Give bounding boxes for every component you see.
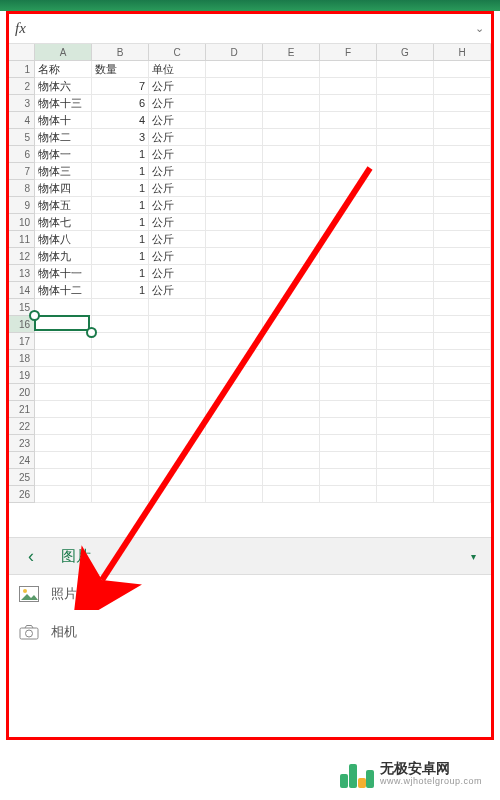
cell[interactable] [206,486,263,503]
cell[interactable] [320,452,377,469]
cell[interactable] [377,231,434,248]
row-header[interactable]: 21 [9,401,35,418]
cell[interactable] [206,299,263,316]
cell[interactable]: 物体三 [35,163,92,180]
cell[interactable] [320,384,377,401]
cell[interactable] [206,61,263,78]
cell[interactable] [434,129,491,146]
cell[interactable]: 公斤 [149,146,206,163]
cell[interactable] [377,367,434,384]
cell[interactable]: 物体五 [35,197,92,214]
cell[interactable]: 物体十二 [35,282,92,299]
cell[interactable] [206,146,263,163]
cell[interactable] [263,180,320,197]
cell[interactable] [434,367,491,384]
cell[interactable]: 公斤 [149,248,206,265]
cell[interactable] [320,146,377,163]
cell[interactable]: 公斤 [149,78,206,95]
cell[interactable] [149,486,206,503]
row-header[interactable]: 15 [9,299,35,316]
cell[interactable]: 3 [92,129,149,146]
cell[interactable]: 1 [92,282,149,299]
cell[interactable]: 公斤 [149,180,206,197]
cell[interactable] [320,367,377,384]
cell[interactable] [434,112,491,129]
cell[interactable] [35,299,92,316]
cell[interactable] [320,112,377,129]
cell[interactable] [35,384,92,401]
cell[interactable]: 公斤 [149,214,206,231]
cell[interactable] [263,78,320,95]
row-header[interactable]: 23 [9,435,35,452]
cell[interactable]: 物体八 [35,231,92,248]
cell[interactable] [35,435,92,452]
cell[interactable] [320,78,377,95]
cell[interactable] [434,180,491,197]
cell[interactable] [320,435,377,452]
cell[interactable] [377,248,434,265]
cell[interactable]: 公斤 [149,129,206,146]
cell[interactable] [320,418,377,435]
cell[interactable] [149,367,206,384]
cell[interactable] [35,452,92,469]
cell[interactable] [35,316,92,333]
cell[interactable] [206,418,263,435]
cell[interactable] [263,146,320,163]
cell[interactable] [434,384,491,401]
cell[interactable] [206,180,263,197]
cell[interactable] [320,265,377,282]
cell[interactable] [434,316,491,333]
cell[interactable] [149,452,206,469]
cell[interactable] [206,452,263,469]
cell[interactable] [149,435,206,452]
cell[interactable]: 公斤 [149,265,206,282]
row-header[interactable]: 12 [9,248,35,265]
cell[interactable] [434,61,491,78]
cell[interactable] [206,129,263,146]
cell[interactable] [263,401,320,418]
cell[interactable] [377,265,434,282]
cell[interactable]: 1 [92,265,149,282]
cell[interactable] [206,282,263,299]
option-photos[interactable]: 照片 [9,575,491,613]
cell[interactable] [320,350,377,367]
cell[interactable] [263,452,320,469]
cell[interactable] [92,384,149,401]
cell[interactable] [320,248,377,265]
row-header[interactable]: 14 [9,282,35,299]
cell[interactable]: 4 [92,112,149,129]
cell[interactable] [263,197,320,214]
cell[interactable] [377,435,434,452]
cell[interactable] [92,316,149,333]
row-header[interactable]: 7 [9,163,35,180]
cell[interactable] [206,231,263,248]
cell[interactable] [263,316,320,333]
cell[interactable] [434,265,491,282]
select-all-corner[interactable] [9,44,35,61]
cell[interactable]: 1 [92,180,149,197]
row-header[interactable]: 6 [9,146,35,163]
cell[interactable] [263,333,320,350]
cell[interactable] [377,214,434,231]
formula-input[interactable] [39,14,467,43]
col-header[interactable]: D [206,44,263,61]
cell[interactable] [320,469,377,486]
cell[interactable] [320,129,377,146]
cell[interactable] [92,299,149,316]
row-header[interactable]: 26 [9,486,35,503]
cell[interactable] [92,469,149,486]
cell[interactable] [377,197,434,214]
row-header[interactable]: 19 [9,367,35,384]
cell[interactable]: 1 [92,214,149,231]
cell[interactable]: 单位 [149,61,206,78]
cell[interactable] [434,231,491,248]
cell[interactable] [263,231,320,248]
cell[interactable] [35,418,92,435]
cell[interactable]: 1 [92,231,149,248]
cell[interactable] [263,384,320,401]
cell[interactable] [149,316,206,333]
cell[interactable]: 公斤 [149,163,206,180]
row-header[interactable]: 24 [9,452,35,469]
cell[interactable] [377,316,434,333]
cell[interactable]: 物体六 [35,78,92,95]
